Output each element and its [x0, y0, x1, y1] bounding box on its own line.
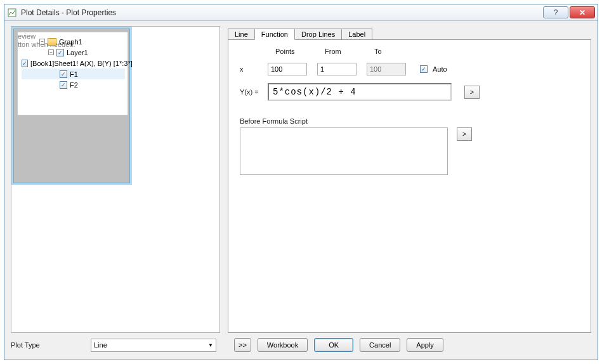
checkbox-icon[interactable]: ✓ — [60, 70, 67, 78]
checkbox-icon: ✓ — [420, 65, 428, 73]
workbook-button[interactable]: Workbook — [258, 338, 308, 352]
tab-strip: Line Function Drop Lines Label — [228, 26, 591, 39]
apply-button[interactable]: Apply — [407, 338, 443, 352]
expand-button[interactable]: >> — [234, 338, 251, 352]
dialog-body: eview tton when needed. − Graph1 — [4, 21, 598, 360]
to-input — [367, 63, 406, 75]
bottom-row: Plot Type Line ▼ >> Workbook OK Cancel A… — [11, 333, 591, 353]
to-header: To — [374, 48, 424, 55]
tree: − Graph1 − ✓ Layer1 — [22, 36, 125, 90]
auto-checkbox[interactable]: ✓ Auto — [420, 65, 447, 73]
tree-node-plot[interactable]: ✓ [Book1]Sheet1! A(X), B(Y) [1*:3*] — [22, 58, 125, 68]
x-label: x — [240, 65, 268, 73]
help-button[interactable]: ? — [543, 6, 568, 18]
tab-label[interactable]: Label — [341, 29, 372, 39]
function-panel: Points From To x ✓ Auto — [228, 39, 591, 333]
tab-line[interactable]: Line — [228, 29, 255, 39]
plot-type-select[interactable]: Line ▼ — [91, 339, 216, 352]
script-more-button[interactable]: > — [457, 127, 472, 141]
tree-node-graph[interactable]: − Graph1 — [22, 36, 125, 47]
tree-label: F2 — [70, 81, 78, 89]
formula-input[interactable]: 5*cos(x)/2 + 4 — [268, 83, 452, 101]
auto-label: Auto — [433, 65, 447, 73]
window-title: Plot Details - Plot Properties — [21, 8, 542, 17]
tree-node-f2[interactable]: ✓ F2 — [22, 79, 125, 90]
ok-button[interactable]: OK — [314, 338, 353, 352]
tree-frame: eview tton when needed. − Graph1 — [11, 27, 132, 185]
checkbox-icon[interactable]: ✓ — [22, 60, 28, 67]
tree-pane: eview tton when needed. − Graph1 — [11, 26, 220, 333]
collapse-icon[interactable]: − — [48, 49, 54, 55]
tab-drop-lines[interactable]: Drop Lines — [294, 29, 342, 39]
formula-more-button[interactable]: > — [464, 86, 480, 99]
checkbox-icon[interactable]: ✓ — [60, 81, 67, 89]
plot-type-label: Plot Type — [11, 341, 91, 349]
plot-details-dialog: Plot Details - Plot Properties ? ✕ eview… — [4, 4, 598, 360]
close-button[interactable]: ✕ — [570, 6, 595, 18]
before-script-label: Before Formula Script — [240, 117, 308, 125]
tree-node-layer[interactable]: − ✓ Layer1 — [22, 47, 125, 58]
tree-label: [Book1]Sheet1! A(X), B(Y) [1*:3*] — [30, 60, 133, 67]
tree-area[interactable]: eview tton when needed. − Graph1 — [17, 32, 128, 115]
collapse-icon[interactable]: − — [39, 39, 45, 44]
app-icon — [7, 8, 17, 18]
yx-label: Y(x) = — [240, 88, 264, 96]
plot-type-value: Line — [94, 341, 107, 349]
svg-rect-0 — [8, 9, 16, 16]
from-input[interactable] — [317, 63, 357, 75]
main-row: eview tton when needed. − Graph1 — [11, 26, 591, 333]
tree-label: F1 — [70, 70, 78, 78]
right-pane: Line Function Drop Lines Label Points Fr… — [228, 26, 591, 333]
before-script-input[interactable] — [240, 127, 448, 175]
chevron-down-icon: ▼ — [208, 342, 213, 348]
tree-node-f1[interactable]: ✓ F1 — [22, 68, 125, 79]
points-header: Points — [275, 48, 325, 55]
checkbox-icon[interactable]: ✓ — [56, 49, 64, 56]
titlebar[interactable]: Plot Details - Plot Properties ? ✕ — [4, 4, 598, 21]
from-header: From — [325, 48, 374, 55]
points-input[interactable] — [268, 63, 307, 75]
tree-label: Graph1 — [59, 38, 82, 46]
tab-function[interactable]: Function — [254, 29, 295, 40]
graph-icon — [48, 38, 56, 46]
cancel-button[interactable]: Cancel — [360, 338, 400, 352]
tree-label: Layer1 — [67, 49, 88, 56]
